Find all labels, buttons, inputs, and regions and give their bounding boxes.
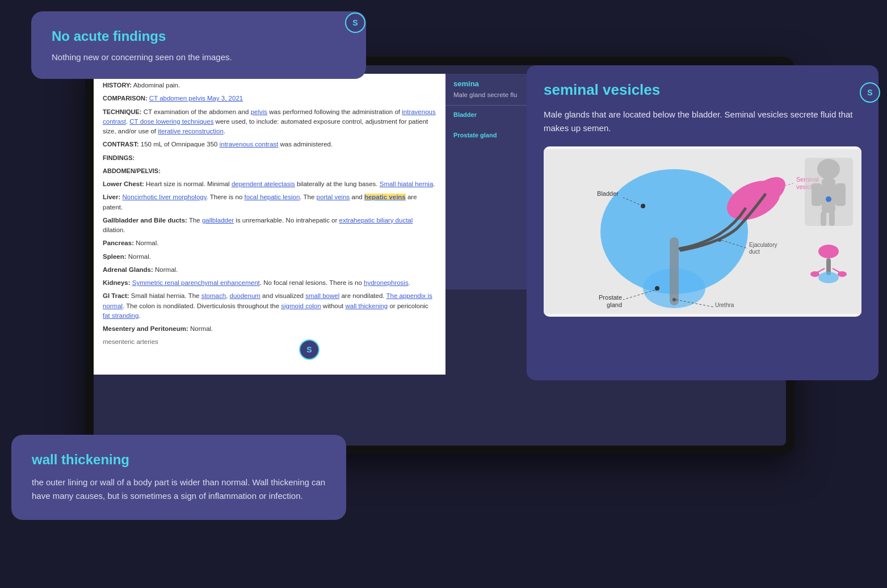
comparison-value[interactable]: CT abdomen pelvis May 3, 2021 bbox=[149, 95, 243, 102]
card-wall-thickening: wall thickening the outer lining or wall… bbox=[11, 435, 346, 520]
hydronephrosis-link[interactable]: hydronephrosis bbox=[364, 279, 409, 286]
bladder-diagram-label: Bladder bbox=[597, 190, 619, 197]
gallbladder-label: Gallbladder and Bile ducts: bbox=[103, 217, 187, 224]
kidneys-label: Kidneys: bbox=[103, 279, 131, 286]
svg-point-8 bbox=[768, 187, 773, 191]
svg-point-33 bbox=[838, 271, 847, 277]
anatomy-svg: Bladder Seminal vesicle Ejaculatory duct… bbox=[544, 146, 861, 317]
svg-point-27 bbox=[818, 245, 839, 258]
adrenal-label: Adrenal Glands: bbox=[103, 266, 153, 273]
gi-label: GI Tract: bbox=[103, 292, 129, 299]
contrast-label: CONTRAST: bbox=[103, 141, 139, 148]
svg-point-20 bbox=[817, 159, 840, 179]
small-bowel-link[interactable]: small bowel bbox=[305, 292, 339, 299]
pelvis-link[interactable]: pelvis bbox=[251, 108, 267, 115]
pancreas-label: Pancreas: bbox=[103, 240, 134, 246]
svg-point-14 bbox=[655, 286, 659, 291]
svg-point-31 bbox=[810, 271, 819, 277]
svg-rect-22 bbox=[812, 183, 822, 206]
kidneys-value: Symmetric renal parenchymal enhancement.… bbox=[132, 279, 410, 286]
technique-value: CT examination of the abdomen and pelvis… bbox=[103, 108, 436, 135]
hiatal-hernia-link[interactable]: Small hiatal hernia bbox=[380, 180, 434, 187]
preview-term: semina bbox=[453, 79, 537, 88]
ejaculatory-duct-label: Ejaculatory bbox=[749, 242, 777, 248]
preview-desc: Male gland secrete flu bbox=[453, 90, 537, 99]
hepatic-veins-link[interactable]: hepatic veins bbox=[364, 194, 406, 200]
prostate-preview-label: Prostate gland bbox=[453, 132, 537, 138]
comparison-label: COMPARISON: bbox=[103, 95, 148, 102]
spleen-value: Normal. bbox=[128, 253, 151, 260]
stomach-link[interactable]: stomach bbox=[201, 292, 226, 299]
renal-parenchymal-link[interactable]: Symmetric renal parenchymal enhancement bbox=[132, 279, 260, 286]
mesentery-label: Mesentery and Peritoneum: bbox=[103, 325, 188, 332]
iv-contrast-link2[interactable]: intravenous contrast bbox=[220, 141, 279, 148]
definition-term: seminal vesicles bbox=[544, 81, 861, 99]
portal-veins-link[interactable]: portal veins bbox=[317, 194, 350, 200]
liver-morphology-link[interactable]: Noncirrhotic liver morphology bbox=[123, 194, 207, 200]
svg-text:duct: duct bbox=[749, 249, 760, 255]
abdomen-label: ABDOMEN/PELVIS: bbox=[103, 167, 161, 174]
pancreas-value: Normal. bbox=[136, 240, 158, 246]
ct-dose-link[interactable]: CT dose lowering techniques bbox=[129, 118, 213, 125]
fat-stranding-link[interactable]: fat stranding bbox=[103, 312, 138, 319]
findings-label: FINDINGS: bbox=[103, 154, 134, 161]
extrahepatic-link[interactable]: extrahepatic biliary ductal bbox=[339, 217, 413, 224]
svg-rect-23 bbox=[835, 183, 846, 206]
contrast-value: 150 mL of Omnipaque 350 intravenous cont… bbox=[141, 141, 333, 148]
iterative-link[interactable]: iterative reconstruction bbox=[158, 128, 224, 135]
technique-label: TECHNIQUE: bbox=[103, 108, 141, 115]
logo-badge-top: S bbox=[345, 12, 365, 33]
svg-text:gland: gland bbox=[607, 301, 622, 308]
bladder-preview-label: Bladder bbox=[453, 111, 537, 118]
focal-hepatic-link[interactable]: focal hepatic lesion bbox=[245, 194, 300, 200]
gi-value: Small hiatal hernia. The stomach, duoden… bbox=[103, 292, 432, 319]
svg-point-17 bbox=[672, 298, 676, 301]
svg-rect-21 bbox=[822, 179, 835, 213]
card-no-acute-description: Nothing new or concerning seen on the im… bbox=[52, 52, 346, 62]
svg-point-11 bbox=[718, 238, 721, 242]
card-no-acute-title: No acute findings bbox=[52, 28, 346, 44]
mesentery-value: Normal. bbox=[190, 325, 213, 332]
liver-label: Liver: bbox=[103, 194, 120, 200]
duodenum-link[interactable]: duodenum bbox=[230, 292, 260, 299]
card-wall-title: wall thickening bbox=[32, 452, 326, 468]
card-no-acute: No acute findings Nothing new or concern… bbox=[31, 11, 366, 79]
gallbladder-link[interactable]: gallbladder bbox=[202, 217, 234, 224]
sigmoid-colon-link[interactable]: sigmoid colon bbox=[281, 303, 321, 309]
lower-chest-label: Lower Chest: bbox=[103, 180, 144, 187]
card-wall-description: the outer lining or wall of a body part … bbox=[32, 476, 326, 503]
dependent-atelectasis-link[interactable]: dependent atelectasis bbox=[232, 180, 295, 187]
definition-description: Male glands that are located below the b… bbox=[544, 108, 861, 135]
trailing-text: mesenteric arteries bbox=[103, 337, 436, 347]
anatomy-diagram: Bladder Seminal vesicle Ejaculatory duct… bbox=[544, 146, 861, 317]
prostate-gland-label: Prostate bbox=[599, 294, 622, 301]
urethra-label: Urethra bbox=[715, 302, 734, 308]
svg-rect-25 bbox=[829, 212, 835, 226]
definition-panel: seminal vesicles Male glands that are lo… bbox=[527, 65, 878, 380]
spleen-label: Spleen: bbox=[103, 253, 127, 260]
liver-value: Noncirrhotic liver morphology. There is … bbox=[103, 194, 417, 210]
svg-point-26 bbox=[826, 196, 831, 202]
history-label: HISTORY: bbox=[103, 82, 132, 89]
svg-point-29 bbox=[818, 272, 839, 283]
lower-chest-value: Heart size is normal. Minimal dependent … bbox=[146, 180, 435, 187]
svg-rect-24 bbox=[821, 212, 826, 226]
svg-rect-5 bbox=[670, 237, 679, 305]
report-panel[interactable]: HISTORY: Abdominal pain. COMPARISON: CT … bbox=[94, 74, 445, 375]
wall-thickening-link[interactable]: wall thickening bbox=[345, 303, 388, 309]
logo-badge-right: S bbox=[860, 82, 880, 103]
history-value: Abdominal pain. bbox=[133, 82, 180, 89]
adrenal-value: Normal. bbox=[155, 266, 178, 273]
logo-badge-mid: S bbox=[299, 339, 320, 360]
